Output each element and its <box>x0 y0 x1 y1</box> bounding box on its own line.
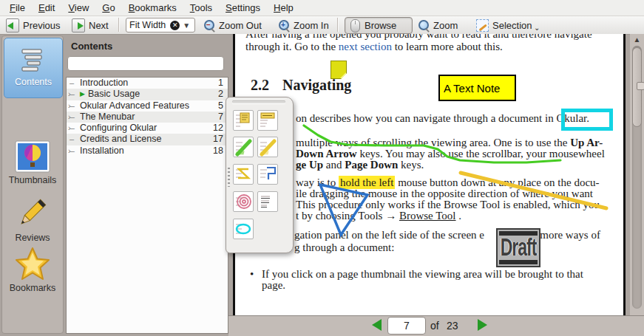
zoom-out-button[interactable]: − Zoom Out <box>204 16 262 34</box>
doc-line: If you click on a page thumbnail the vie… <box>262 268 583 280</box>
toc-item-credits-and-license[interactable]: –Credits and License17 <box>67 134 228 145</box>
doc-line: This procedure only works if the Browse … <box>296 199 600 210</box>
sidebar-item-reviews[interactable]: Reviews <box>4 190 61 243</box>
toc-item-page-number: 17 <box>213 134 223 145</box>
menu-view[interactable]: View <box>61 2 95 13</box>
section-heading: 2.2Navigating <box>251 77 351 94</box>
pop-up-note-icon <box>234 111 253 130</box>
menu-bar: File Edit View Go Bookmarks Tools Settin… <box>0 0 644 16</box>
vertical-scrollbar: ▲ ▲ ▼ <box>630 34 644 336</box>
current-location-icon: ▶ <box>80 89 85 100</box>
contents-search-input[interactable] <box>67 56 224 71</box>
expander-icon[interactable]: ›– <box>68 100 80 112</box>
menu-tools[interactable]: Tools <box>183 2 219 13</box>
total-pages-label: 23 <box>447 320 458 332</box>
contents-tree: –Introduction1›–▶Basic Usage2›–Okular Ad… <box>66 77 228 334</box>
straight-line-tool-button[interactable] <box>233 164 254 185</box>
blue-polygon-icon <box>258 165 277 184</box>
doc-line: t by choosing Tools → Browse Tool . <box>296 210 461 222</box>
expander-icon[interactable]: ›– <box>68 145 80 157</box>
thumbnails-icon <box>15 140 50 173</box>
stamp-tool-button[interactable] <box>233 191 254 212</box>
next-button[interactable]: Next <box>72 16 109 34</box>
draft-stamp-annotation[interactable]: Draft <box>496 228 540 267</box>
toc-item-introduction[interactable]: –Introduction1 <box>67 78 228 89</box>
expander-icon[interactable]: ›– <box>68 112 80 123</box>
toc-item-configuring-okular[interactable]: ›–Configuring Okular12 <box>67 123 228 134</box>
doc-line: ge Up and Page Down keys. <box>296 159 424 171</box>
toc-item-label: The Menubar <box>80 112 218 123</box>
doc-line: multiple ways of scrolling the viewing a… <box>296 137 603 148</box>
chevron-down-icon[interactable]: ▼ <box>183 21 190 30</box>
selection-dropdown-chevron-icon[interactable]: ⌄ <box>534 24 540 32</box>
inline-note-annotation[interactable]: A Text Note <box>438 75 516 101</box>
toolbar-separator <box>337 18 339 32</box>
doc-line: page. <box>262 279 285 291</box>
toc-item-label: Credits and License <box>80 134 213 145</box>
star-icon <box>15 247 50 281</box>
yellow-highlighter-tool-button[interactable] <box>257 137 278 157</box>
expander-icon[interactable]: ›– <box>68 123 80 134</box>
straight-line-icon <box>234 165 253 184</box>
of-label: of <box>430 320 439 332</box>
menu-file[interactable]: File <box>3 2 32 13</box>
browse-tool-button[interactable]: Browse <box>345 17 413 34</box>
cyan-ellipse-tool-button[interactable] <box>233 219 254 239</box>
toc-item-basic-usage[interactable]: ›–▶Basic Usage2 <box>67 89 228 100</box>
doc-line: gation panel on the left side of the scr… <box>294 229 600 241</box>
annotation-toolbar <box>226 97 294 253</box>
sidebar-item-bookmarks[interactable]: Bookmarks <box>4 241 61 293</box>
expander-icon[interactable]: ›– <box>68 89 80 100</box>
magnifier-icon <box>418 20 430 31</box>
toc-item-okular-advanced-features[interactable]: ›–Okular Advanced Features5 <box>67 100 228 112</box>
clear-icon[interactable]: ✕ <box>170 21 180 30</box>
toc-item-the-menubar[interactable]: ›–The Menubar7 <box>67 112 228 123</box>
underline-tool-button[interactable] <box>257 191 278 212</box>
doc-line: After having a file opened you probably … <box>245 34 592 40</box>
zoom-mode-combobox[interactable]: Fit Width ✕ ▼ <box>126 18 195 32</box>
blue-polygon-tool-button[interactable] <box>257 164 278 185</box>
menu-edit[interactable]: Edit <box>32 2 61 13</box>
main-toolbar: Previous Next Fit Width ✕ ▼ − Zoom Out +… <box>0 16 644 35</box>
menu-settings[interactable]: Settings <box>219 2 267 13</box>
yellow-highlighter-icon <box>258 137 277 157</box>
previous-page-arrow[interactable] <box>372 319 382 331</box>
toolbar-separator <box>118 18 120 32</box>
browse-tool-link[interactable]: Browse Tool <box>399 210 456 222</box>
pop-up-note-tool-button[interactable] <box>233 110 254 131</box>
scrollbar-thumb[interactable] <box>632 47 642 127</box>
toc-item-label: Basic Usage <box>88 89 218 100</box>
inline-note-tool-button[interactable] <box>257 110 278 131</box>
next-section-link[interactable]: next section <box>339 41 392 52</box>
toc-item-label: Configuring Okular <box>80 123 213 134</box>
toc-item-page-number: 5 <box>218 100 223 112</box>
menu-bookmarks[interactable]: Bookmarks <box>122 2 183 13</box>
underline-icon <box>258 192 277 211</box>
doc-line: way is to hold the left mouse button dow… <box>296 176 600 188</box>
menu-go[interactable]: Go <box>95 2 121 13</box>
scroll-up-icon[interactable]: ▲ <box>630 35 644 44</box>
palette-drag-handle[interactable] <box>228 168 230 187</box>
inline-note-icon <box>258 111 277 130</box>
zoom-in-icon: + <box>279 20 290 31</box>
toc-item-page-number: 1 <box>218 78 223 89</box>
menu-help[interactable]: Help <box>267 2 300 13</box>
toc-item-label: Installation <box>80 145 213 157</box>
sidebar-item-contents[interactable]: Contents <box>4 38 63 98</box>
toc-item-page-number: 2 <box>218 89 223 100</box>
sidebar-item-thumbnails[interactable]: Thumbnails <box>4 135 61 185</box>
cyan-rectangle-annotation[interactable] <box>561 109 613 131</box>
toc-item-installation[interactable]: ›–Installation18 <box>67 145 228 157</box>
doc-line: Down Arrow keys. You may also use the sc… <box>296 148 605 160</box>
toc-item-label: Okular Advanced Features <box>80 100 218 112</box>
zoom-tool-button[interactable]: Zoom <box>418 16 458 34</box>
zoom-in-button[interactable]: + Zoom In <box>279 16 329 34</box>
current-page-input[interactable] <box>387 317 426 335</box>
doc-line: on describes how you can navigate throug… <box>296 112 589 124</box>
selection-tool-button[interactable]: Selection <box>476 16 532 34</box>
green-freehand-tool-button[interactable] <box>233 137 254 157</box>
previous-button[interactable]: Previous <box>6 16 61 34</box>
next-page-arrow[interactable] <box>478 319 487 331</box>
stamp-swirl-icon <box>234 192 253 211</box>
mouse-icon <box>350 19 360 32</box>
